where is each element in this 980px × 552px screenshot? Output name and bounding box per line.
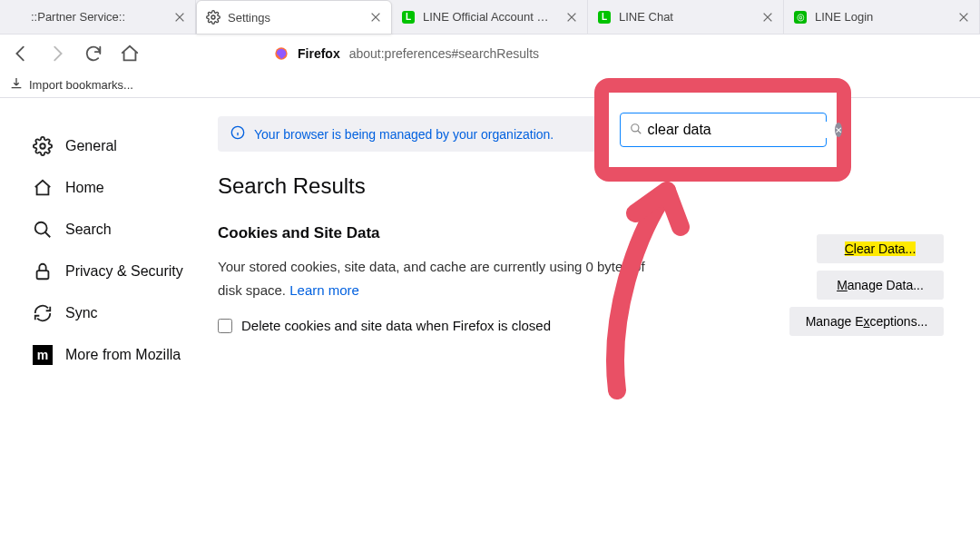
- svg-point-2: [40, 143, 45, 149]
- line-l-icon: L: [597, 10, 612, 25]
- sidebar-item-general[interactable]: General: [33, 125, 218, 167]
- tab-line-oam[interactable]: L LINE Official Account Manager: [392, 0, 588, 34]
- tab-label: LINE Chat: [619, 10, 754, 24]
- back-button[interactable]: [11, 44, 31, 64]
- cookies-section-body: Your stored cookies, site data, and cach…: [218, 255, 653, 301]
- gear-icon: [206, 10, 220, 25]
- settings-search-input[interactable]: [648, 122, 829, 138]
- tab-label: Settings: [228, 11, 362, 25]
- import-bookmarks-link[interactable]: Import bookmarks...: [29, 78, 133, 92]
- sidebar-item-home[interactable]: Home: [33, 167, 218, 209]
- svg-rect-4: [37, 271, 49, 279]
- nav-toolbar: Firefox about:preferences#searchResults: [0, 34, 980, 73]
- sidebar-item-search[interactable]: Search: [33, 209, 218, 251]
- lock-icon: [33, 261, 53, 281]
- search-icon: [630, 123, 642, 138]
- blank-favicon: [9, 10, 24, 25]
- manage-exceptions-button[interactable]: Manage Exceptions...: [789, 307, 944, 336]
- sidebar-item-more-mozilla[interactable]: m More from Mozilla: [33, 334, 218, 376]
- tab-settings[interactable]: Settings: [196, 0, 392, 34]
- tab-strip: ::Partner Service:: Settings L LINE Offi…: [0, 0, 980, 34]
- manage-data-button[interactable]: Manage Data...: [817, 271, 944, 300]
- info-icon: [230, 125, 245, 143]
- url-path: about:preferences#searchResults: [349, 46, 539, 61]
- delete-on-close-checkbox[interactable]: [218, 319, 232, 333]
- reload-button[interactable]: [83, 44, 103, 64]
- sidebar-item-label: General: [65, 138, 117, 154]
- line-square-icon: ◎: [793, 10, 808, 25]
- svg-point-0: [211, 15, 215, 19]
- sync-icon: [33, 303, 53, 323]
- tab-label: LINE Login: [815, 10, 950, 24]
- home-button[interactable]: [120, 44, 140, 64]
- close-icon[interactable]: [565, 11, 578, 24]
- tab-label: ::Partner Service::: [31, 10, 166, 24]
- forward-button[interactable]: [47, 44, 67, 64]
- line-l-icon: L: [401, 10, 416, 25]
- svg-point-6: [631, 123, 638, 131]
- close-icon[interactable]: [369, 11, 382, 24]
- close-icon[interactable]: [957, 11, 970, 24]
- cookies-body-text: Your stored cookies, site data, and cach…: [218, 259, 645, 298]
- gear-icon: [33, 136, 53, 156]
- home-icon: [33, 178, 53, 198]
- sidebar-item-label: Privacy & Security: [65, 263, 183, 280]
- sidebar-item-privacy[interactable]: Privacy & Security: [33, 251, 218, 292]
- mozilla-icon: m: [33, 345, 53, 365]
- annotation-highlight: ✕: [594, 78, 851, 182]
- org-banner-text[interactable]: Your browser is being managed by your or…: [254, 127, 554, 142]
- delete-on-close-label: Delete cookies and site data when Firefo…: [241, 318, 551, 333]
- firefox-icon: [274, 46, 289, 61]
- close-icon[interactable]: [173, 11, 186, 24]
- sidebar-item-label: Sync: [65, 305, 98, 321]
- tab-line-login[interactable]: ◎ LINE Login: [784, 0, 980, 34]
- sidebar-item-label: Search: [65, 222, 112, 238]
- tab-line-chat[interactable]: L LINE Chat: [588, 0, 784, 34]
- url-bar[interactable]: Firefox about:preferences#searchResults: [274, 46, 539, 61]
- tab-partner-service[interactable]: ::Partner Service::: [0, 0, 196, 34]
- search-icon: [33, 220, 53, 240]
- svg-point-3: [35, 222, 47, 234]
- settings-search-input-wrap[interactable]: ✕: [620, 113, 827, 147]
- clear-search-icon[interactable]: ✕: [835, 123, 842, 137]
- close-icon[interactable]: [761, 11, 774, 24]
- import-bookmarks-icon: [9, 76, 24, 94]
- sidebar-item-label: More from Mozilla: [65, 347, 181, 363]
- sidebar: General Home Search Privacy & Security S…: [0, 98, 218, 552]
- cookies-buttons: Clear Data... Manage Data... Manage Exce…: [789, 234, 944, 336]
- clear-data-button[interactable]: Clear Data...: [817, 234, 944, 263]
- sidebar-item-sync[interactable]: Sync: [33, 292, 218, 334]
- tab-label: LINE Official Account Manager: [423, 10, 558, 24]
- sidebar-item-label: Home: [65, 180, 104, 196]
- url-host: Firefox: [298, 46, 340, 61]
- learn-more-link[interactable]: Learn more: [289, 282, 359, 298]
